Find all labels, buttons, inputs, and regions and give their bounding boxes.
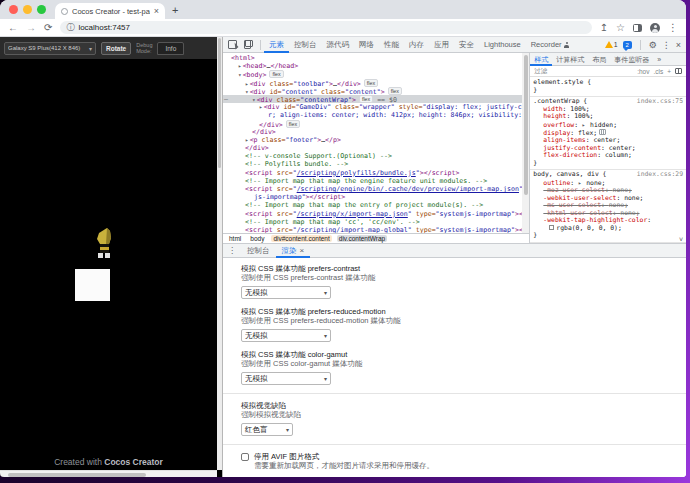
elements-scroll-thumb[interactable] <box>524 55 528 195</box>
browser-tab[interactable]: Cocos Creator - test-pack × <box>55 3 165 19</box>
option-select[interactable]: 无模拟▾ <box>241 372 331 385</box>
settings-gear-icon[interactable]: ⚙ <box>649 40 657 50</box>
dom-tree-line[interactable]: ▸<p class="footer">…</p> <box>223 136 522 144</box>
dom-tree-line[interactable]: ▸<div class="toolbar">…</div>flex <box>223 79 522 87</box>
expanded-arrow-icon[interactable]: ▾ <box>245 88 249 95</box>
styles-tab-»[interactable]: » <box>653 53 665 66</box>
bookmark-star-icon[interactable]: ☆ <box>616 23 625 33</box>
dom-tree-line[interactable]: <script src="/scripting/engine/bin/.cach… <box>223 185 522 193</box>
drawer-tab-close-icon[interactable]: × <box>300 244 305 258</box>
css-property-value[interactable]: rgba(0, 0, 0, 0); <box>533 225 683 233</box>
drawer-tab-渲染[interactable]: 渲染× <box>276 244 311 258</box>
expanded-arrow-icon[interactable]: ▾ <box>238 71 242 78</box>
collapsed-arrow-icon[interactable]: ▸ <box>259 103 263 110</box>
devtools-menu-icon[interactable]: ⋮ <box>662 40 671 50</box>
rule-selector[interactable]: body, canvas, div { <box>533 171 606 179</box>
close-window-button[interactable] <box>9 5 18 14</box>
dom-tree-line[interactable]: </div> <box>223 128 522 136</box>
dom-tree-line[interactable]: <script src="/scripting/polyfills/bundle… <box>223 169 522 177</box>
stylesheet-link[interactable]: index.css:29 <box>633 171 683 179</box>
dom-tree-line[interactable]: <script src="/scripting/import-map-globa… <box>223 226 522 233</box>
drawer-tab-控制台[interactable]: 控制台 <box>241 244 276 258</box>
dom-tree-line[interactable]: <!-- Import map that map the entry of pr… <box>223 201 522 209</box>
flex-editor-icon[interactable] <box>599 129 606 135</box>
dom-tree-line[interactable]: r; align-items: center; width: 412px; he… <box>223 111 522 119</box>
dom-tree-line[interactable]: </div> <box>223 144 522 152</box>
dom-tree-line[interactable]: ▸<head>…</head> <box>223 62 522 70</box>
collapsed-arrow-icon[interactable]: ▸ <box>238 62 242 69</box>
option-select[interactable]: 无模拟▾ <box>241 329 331 342</box>
collapsed-arrow-icon[interactable]: ▸ <box>245 80 249 87</box>
reload-icon[interactable]: ⟳ <box>44 23 52 33</box>
dom-tree-line[interactable]: ▸<div id="GameDiv" class="wrapper" style… <box>223 103 522 111</box>
devtools-tab-Lighthouse[interactable]: Lighthouse <box>479 37 526 53</box>
warnings-badge[interactable]: 1 <box>605 41 618 48</box>
dom-tree-line[interactable]: <html> <box>223 54 522 62</box>
stylesheet-link[interactable]: index.css:75 <box>633 98 683 106</box>
new-tab-button[interactable]: + <box>172 4 178 16</box>
breadcrumb-item[interactable]: div#content.content <box>271 235 331 242</box>
expand-value-icon[interactable]: ▸ <box>582 121 589 128</box>
dom-tree-line[interactable]: ▾<body>flex <box>223 70 522 78</box>
device-toolbar-toggle-icon[interactable] <box>244 40 253 49</box>
page-vscroll-thumb[interactable] <box>218 38 221 168</box>
devtools-tab-性能[interactable]: 性能 <box>379 37 404 53</box>
elements-scrollbar[interactable] <box>522 53 529 233</box>
browser-menu-icon[interactable]: ⋮ <box>668 23 678 33</box>
checkbox[interactable] <box>241 453 249 461</box>
collapsed-arrow-icon[interactable]: ▸ <box>245 136 249 143</box>
dom-tree-line[interactable]: <script src="/scripting/x/import-map.jso… <box>223 210 522 218</box>
back-icon[interactable]: ← <box>8 23 18 33</box>
styles-tab-样式[interactable]: 样式 <box>530 53 552 66</box>
breadcrumb-item[interactable]: div.contentWrap <box>337 235 387 242</box>
dom-tree-line[interactable]: js-importmap"></script> <box>223 193 522 201</box>
breadcrumb-item[interactable]: html <box>227 235 243 242</box>
color-swatch[interactable] <box>549 225 554 230</box>
tab-close-icon[interactable]: × <box>154 7 159 15</box>
dom-tree-line[interactable]: —▾<div class="contentWrap">flex == $0 <box>223 95 522 103</box>
breadcrumb-item[interactable]: body <box>248 235 266 242</box>
cls-toggle[interactable]: .cls <box>653 68 663 75</box>
page-horizontal-scrollbar[interactable] <box>0 470 217 477</box>
devtools-tab-内存[interactable]: 内存 <box>404 37 429 53</box>
page-hscroll-thumb[interactable] <box>8 473 146 477</box>
styles-tab-布局[interactable]: 布局 <box>588 53 610 66</box>
option-select[interactable]: 红色盲▾ <box>241 423 293 436</box>
devtools-tab-安全[interactable]: 安全 <box>454 37 479 53</box>
share-icon[interactable]: ↥ <box>600 23 608 33</box>
option-select[interactable]: 无模拟▾ <box>241 286 331 299</box>
dom-tree-line[interactable]: </div>flex <box>223 120 522 128</box>
devtools-tab-应用[interactable]: 应用 <box>429 37 454 53</box>
styles-tab-计算样式[interactable]: 计算样式 <box>552 53 588 66</box>
styles-filter-input[interactable]: 过滤 <box>534 67 547 76</box>
devtools-tab-Recorder[interactable]: Recorder <box>526 37 575 53</box>
styles-tab-事件监听器[interactable]: 事件监听器 <box>610 53 653 66</box>
dom-tree-line[interactable]: ▾<div id="content" class="content">flex <box>223 87 522 95</box>
dom-tree-line[interactable]: <!-- Import map that map the engine feat… <box>223 177 522 185</box>
game-canvas[interactable]: Created with Cocos Creator <box>0 59 217 470</box>
devtools-tab-网络[interactable]: 网络 <box>354 37 379 53</box>
forward-icon[interactable]: → <box>26 23 36 33</box>
new-rule-button[interactable]: + <box>667 68 671 75</box>
messages-badge[interactable]: 2 <box>623 41 632 49</box>
drawer-menu-icon[interactable]: ⋮ <box>223 246 241 255</box>
devtools-close-icon[interactable]: × <box>676 40 681 50</box>
dom-tree-line[interactable]: <!-- Polyfills bundle. --> <box>223 160 522 168</box>
maximize-window-button[interactable] <box>37 5 46 14</box>
site-info-icon[interactable]: ⓘ <box>66 23 74 32</box>
device-select[interactable]: Galaxy S9 Plus(412 X 846) ▾ <box>4 42 96 55</box>
css-property[interactable]: flex-direction: column; <box>533 152 683 160</box>
inspect-element-icon[interactable] <box>228 40 237 49</box>
url-bar[interactable]: ⓘ localhost:7457 <box>60 21 591 34</box>
dom-tree-line[interactable]: <!-- v-console Support.(Optional) --> <box>223 152 522 160</box>
devtools-tab-源代码[interactable]: 源代码 <box>322 37 355 53</box>
info-button[interactable]: Info <box>157 42 184 55</box>
side-panel-icon[interactable] <box>633 24 642 32</box>
devtools-tab-控制台[interactable]: 控制台 <box>289 37 322 53</box>
rotate-button[interactable]: Rotate <box>101 42 131 55</box>
dom-tree-line[interactable]: <!-- Import map that map 'cc', 'cc/env'.… <box>223 218 522 226</box>
computed-grid-icon[interactable] <box>675 68 682 74</box>
hov-toggle[interactable]: :hov <box>637 68 649 75</box>
rule-selector[interactable]: element.style { <box>533 79 591 87</box>
css-property[interactable]: height: 100%; <box>533 113 683 121</box>
